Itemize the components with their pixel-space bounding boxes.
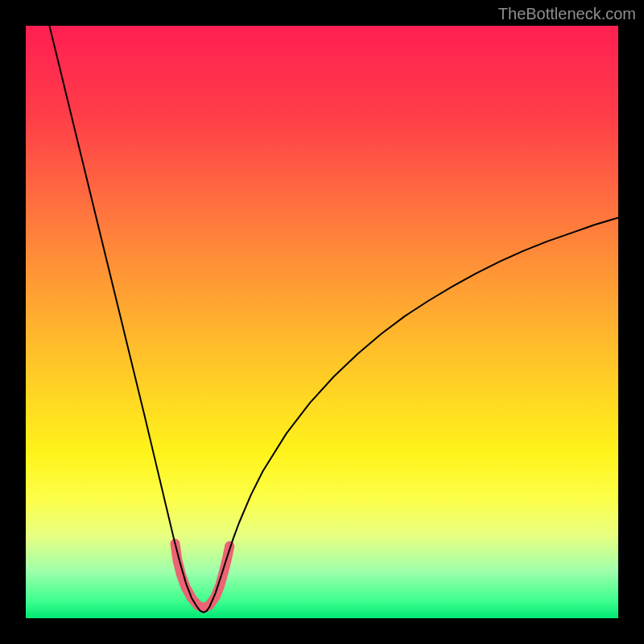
bottleneck-curve-path (49, 26, 618, 613)
plot-area (26, 26, 618, 618)
chart-frame: TheBottleneck.com (0, 0, 644, 644)
curve-layer (26, 26, 618, 618)
watermark-text: TheBottleneck.com (498, 5, 636, 23)
